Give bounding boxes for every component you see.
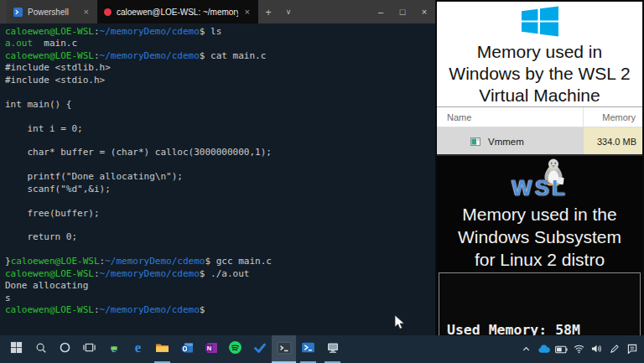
chevron-up-icon (522, 342, 531, 357)
taskbar-button-edge[interactable]: e (126, 335, 150, 363)
taskbar-button-search[interactable] (29, 335, 53, 363)
terminal-line (5, 220, 435, 231)
column-header-name[interactable]: Name (437, 112, 583, 122)
tray-battery-button[interactable] (553, 335, 570, 363)
terminal-output[interactable]: caloewen@LOE-WSL:~/memoryDemo/cdemo$ lsa… (0, 23, 435, 317)
search-icon (35, 342, 47, 357)
terminal-line: #include <stdio.h> (5, 75, 435, 86)
action-center-icon (627, 342, 637, 357)
taskbar-button-onenote[interactable]: N (199, 335, 223, 363)
maximize-button[interactable]: □ (392, 0, 413, 23)
table-header: Name Memory (437, 107, 642, 127)
new-tab-button[interactable]: + (258, 0, 278, 23)
onedrive-icon (538, 342, 550, 357)
tray-wifi-button[interactable] (570, 335, 588, 363)
close-button[interactable]: × (413, 0, 435, 23)
internet-explorer-icon: e (107, 341, 121, 358)
tray-volume-button[interactable] (588, 335, 605, 363)
tab-label: Powershell (28, 8, 77, 17)
terminal-line (5, 244, 435, 256)
battery-icon (555, 342, 568, 357)
tab-powershell[interactable]: Powershell × (7, 0, 97, 23)
process-table: Name Memory Vmmem 334.0 MB (437, 106, 642, 154)
powershell-tab-icon (13, 8, 23, 17)
taskbar-button-todo[interactable] (247, 335, 272, 363)
wifi-icon (574, 342, 584, 357)
taskbar-button-spotify[interactable] (223, 335, 247, 363)
wsl-distro-icon (104, 8, 112, 16)
terminal-line: caloewen@LOE-WSL:~/memoryDemo/cdemo$ (5, 304, 435, 316)
terminal-line: free(buffer); (5, 208, 435, 220)
terminal-line: s (5, 293, 435, 304)
taskbar: eeN (0, 335, 644, 363)
taskbar-button-my-computer[interactable] (320, 335, 345, 363)
cortana-icon (59, 341, 71, 357)
windows-memory-section: Memory used in Windows by the WSL 2 Virt… (437, 2, 642, 106)
vmmem-process-icon (470, 137, 480, 147)
terminal-line (5, 159, 435, 171)
todo-icon (253, 341, 267, 358)
info-panel: Memory used in Windows by the WSL 2 Virt… (435, 0, 644, 335)
terminal-line (5, 195, 435, 207)
minimize-button[interactable]: – (370, 0, 392, 23)
tab-label: caloewen@LOE-WSL: ~/memoryDemo/cdemo (117, 8, 238, 17)
spotify-icon (228, 340, 242, 358)
terminal-line: a.out main.c (5, 38, 435, 49)
column-header-memory[interactable]: Memory (583, 107, 642, 127)
terminal-line (5, 135, 435, 147)
start-icon (10, 341, 23, 357)
taskbar-button-task-view[interactable] (77, 335, 101, 363)
process-name: Vmmem (488, 137, 584, 147)
taskbar-button-cortana[interactable] (53, 335, 77, 363)
taskbar-button-file-explorer[interactable] (150, 335, 174, 363)
svg-text:e: e (135, 340, 142, 355)
terminal-line (5, 111, 435, 122)
terminal-window: Powershell × caloewen@LOE-WSL: ~/memoryD… (0, 0, 435, 335)
terminal-line (5, 86, 435, 98)
system-tray (517, 335, 641, 363)
taskbar-button-outlook[interactable] (174, 335, 199, 363)
tab-wsl[interactable]: caloewen@LOE-WSL: ~/memoryDemo/cdemo × (97, 0, 258, 23)
task-view-icon (83, 341, 96, 357)
terminal-line: Done allocating (5, 280, 435, 292)
taskbar-button-start[interactable] (4, 335, 29, 363)
terminal-line: int i = 0; (5, 123, 435, 135)
tray-action-center-button[interactable] (623, 335, 641, 363)
terminal-line: caloewen@LOE-WSL:~/memoryDemo/cdemo$ ./a… (5, 268, 435, 280)
table-row[interactable]: Vmmem 334.0 MB (437, 127, 642, 155)
volume-icon (591, 342, 602, 357)
terminal-line: return 0; (5, 231, 435, 243)
window-controls: – □ × (370, 0, 435, 23)
process-memory-value: 334.0 MB (584, 127, 642, 155)
terminal-line: #include <stdlib.h> (5, 62, 435, 74)
outlook-icon (180, 341, 194, 358)
pen-icon (610, 342, 619, 357)
tab-close-icon[interactable]: × (243, 7, 252, 17)
terminal-line: scanf("%d",&i); (5, 184, 435, 195)
taskbar-button-internet-explorer[interactable]: e (101, 335, 126, 363)
my-computer-icon (326, 341, 340, 358)
screen: Powershell × caloewen@LOE-WSL: ~/memoryD… (0, 0, 644, 363)
terminal-line: int main() { (5, 99, 435, 111)
tab-close-icon[interactable]: × (82, 7, 91, 17)
terminal-line: caloewen@LOE-WSL:~/memoryDemo/cdemo$ cat… (5, 50, 435, 62)
onenote-icon: N (205, 341, 218, 358)
taskbar-button-terminal[interactable] (272, 335, 296, 363)
tray-onedrive-button[interactable] (535, 335, 553, 363)
wsl-logo-text: WSL (437, 175, 642, 201)
svg-text:N: N (206, 344, 210, 351)
terminal-titlebar: Powershell × caloewen@LOE-WSL: ~/memoryD… (0, 0, 435, 23)
tab-dropdown-button[interactable]: ∨ (278, 0, 299, 23)
wsl-logo: WSL (437, 156, 642, 203)
tray-pen-button[interactable] (605, 335, 623, 363)
terminal-line: caloewen@LOE-WSL:~/memoryDemo/cdemo$ ls (5, 26, 435, 38)
taskbar-buttons: eeN (0, 335, 345, 363)
terminal-line: char* buffer = (char*) calloc(3000000000… (5, 147, 435, 158)
wsl-memory-title: Memory used in the Windows Subsystem for… (449, 203, 631, 271)
terminal-icon (277, 340, 292, 359)
terminal-line: }caloewen@LOE-WSL:~/memoryDemo/cdemo$ gc… (5, 256, 435, 267)
tray-chevron-up-button[interactable] (517, 335, 535, 363)
taskbar-button-powershell[interactable] (296, 335, 320, 363)
powershell-icon (301, 340, 315, 358)
windows-memory-title: Memory used in Windows by the WSL 2 Virt… (444, 41, 636, 106)
